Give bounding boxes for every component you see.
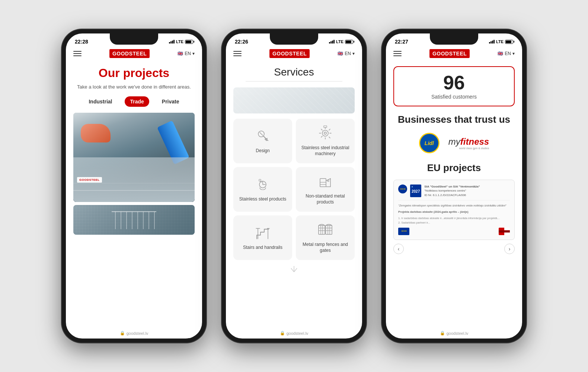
carousel-nav: ‹ ›	[393, 244, 515, 254]
carousel-prev-btn[interactable]: ‹	[393, 244, 404, 254]
eu-document-card: ★★★ II 2027 SIA "GoodSteel" un SIA "Vent…	[393, 180, 515, 240]
hamburger-menu-1[interactable]	[73, 51, 82, 56]
eu-flag-bottom: ★★★	[398, 228, 409, 235]
myfitness-tagline: world class gym & studios	[459, 147, 489, 150]
phone-2-screen: 22:26 LTE GOODSTEEL	[226, 33, 362, 339]
svg-rect-18	[320, 179, 326, 187]
satisfied-customers-box: 96 Satisfied customers	[393, 66, 515, 106]
svg-point-21	[327, 180, 329, 182]
status-time-1: 22:28	[75, 39, 88, 45]
lang-selector-1[interactable]: 🇬🇧 EN ▾	[178, 51, 195, 56]
navbar-3: GOODSTEEL 🇬🇧 EN ▾	[386, 46, 522, 62]
status-icons-2: LTE	[329, 39, 353, 44]
trust-logos: Lidl my fitness world class gym & studio…	[393, 133, 515, 153]
projects-section: Our projects Take a look at the work we'…	[66, 62, 202, 238]
screen-content-1: Our projects Take a look at the work we'…	[66, 62, 202, 328]
svg-rect-26	[319, 225, 325, 234]
logo-1[interactable]: GOODSTEEL	[109, 49, 150, 58]
myfitness-my: my	[448, 137, 460, 147]
trust-section: 96 Satisfied customers Businesses that t…	[386, 62, 522, 258]
notch-1	[110, 33, 158, 45]
svg-line-11	[260, 132, 263, 135]
service-card-design[interactable]: Design	[233, 119, 292, 163]
service-card-gates[interactable]: Metal ramp fences and gates	[296, 215, 355, 260]
service-card-metal[interactable]: Non-standard metal products	[296, 167, 355, 212]
service-card-stairs[interactable]: Stairs and handrails	[233, 215, 292, 260]
steel-visual: GOODSTEEL	[73, 113, 195, 202]
gates-icon	[317, 222, 333, 238]
lte-badge-2: LTE	[336, 39, 343, 44]
services-hero-bg	[233, 87, 355, 113]
status-icons-3: LTE	[489, 39, 513, 44]
hamburger-menu-2[interactable]	[233, 51, 242, 56]
myfitness-fitness: fitness	[460, 137, 489, 147]
signal-icon-2	[329, 40, 335, 44]
service-card-machinery[interactable]: Stainless steel industrial machinery	[296, 119, 355, 163]
service-label-metal: Non-standard metal products	[300, 193, 350, 205]
service-label-design: Design	[256, 148, 269, 154]
phone-1: 22:28 LTE GOODS	[61, 29, 207, 343]
tab-private[interactable]: Private	[157, 96, 185, 107]
stairs-icon	[255, 225, 271, 241]
eu-2027-badge: II 2027	[410, 185, 421, 197]
services-divider	[246, 81, 343, 81]
phone-3-screen: 22:27 LTE GOODSTEEL	[386, 33, 522, 339]
svg-point-13	[324, 132, 326, 134]
signal-icon-1	[169, 40, 175, 44]
svg-rect-16	[259, 179, 261, 181]
notch-2	[270, 33, 318, 45]
railing-icon	[112, 209, 156, 231]
eu-title: EU projects	[393, 162, 515, 174]
battery-icon-1	[185, 40, 193, 44]
notch-3	[430, 33, 478, 45]
service-label-gates: Metal ramp fences and gates	[300, 242, 350, 253]
svg-point-12	[322, 130, 328, 136]
products-icon	[255, 176, 271, 193]
phone-3: 22:27 LTE GOODSTEEL	[381, 29, 527, 343]
logo-2[interactable]: GOODSTEEL	[269, 49, 310, 58]
project-image-thumb	[73, 205, 195, 235]
url-bar-3: 🔒 goodsteel.lv	[386, 328, 522, 339]
goodsteel-watermark: GOODSTEEL	[77, 177, 102, 183]
satisfied-number: 96	[400, 73, 508, 92]
status-icons-1: LTE	[169, 39, 193, 44]
lidl-logo: Lidl	[419, 133, 440, 153]
tab-trade[interactable]: Trade	[125, 96, 149, 107]
status-time-3: 22:27	[395, 39, 408, 45]
service-label-stairs: Stairs and handrails	[243, 245, 282, 251]
satisfied-label: Satisfied customers	[400, 94, 508, 100]
signal-icon-3	[489, 40, 495, 44]
lte-badge-3: LTE	[496, 39, 504, 44]
screen-content-2: Services Des	[226, 62, 362, 328]
tab-industrial[interactable]: Industrial	[83, 96, 117, 107]
service-card-products[interactable]: Stainless steel products	[233, 167, 292, 212]
services-section: Services Des	[226, 62, 362, 276]
eu-flag-icon: ★★★	[398, 185, 407, 193]
battery-icon-2	[345, 40, 353, 44]
services-grid: Design Stainless steel industrial machin…	[233, 119, 355, 260]
carousel-next-btn[interactable]: ›	[504, 244, 515, 254]
eu-doc-body: "Zemgales klimatispon speciālistu izglīt…	[398, 200, 510, 225]
service-label-machinery: Stainless steel industrial machinery	[300, 145, 350, 157]
lang-selector-3[interactable]: 🇬🇧 EN ▾	[498, 51, 515, 56]
svg-line-37	[291, 268, 294, 272]
lang-selector-2[interactable]: 🇬🇧 EN ▾	[338, 51, 355, 56]
services-title: Services	[233, 66, 355, 78]
hamburger-menu-3[interactable]	[393, 51, 402, 56]
url-bar-2: 🔒 goodsteel.lv	[226, 328, 362, 339]
design-icon	[255, 128, 271, 144]
projects-subtitle: Take a look at the work we've done in di…	[73, 84, 195, 90]
navbar-2: GOODSTEEL 🇬🇧 EN ▾	[226, 46, 362, 62]
myfitness-logo: my fitness world class gym & studios	[448, 137, 489, 150]
more-services-hint	[233, 265, 355, 273]
machinery-icon	[317, 125, 333, 141]
metal-icon	[317, 173, 333, 190]
battery-icon-3	[505, 40, 513, 44]
navbar-1: GOODSTEEL 🇬🇧 EN ▾	[66, 46, 202, 62]
svg-line-38	[294, 268, 297, 272]
logo-3[interactable]: GOODSTEEL	[429, 49, 470, 58]
screen-content-3: 96 Satisfied customers Businesses that t…	[386, 62, 522, 328]
phone-1-screen: 22:28 LTE GOODS	[66, 33, 202, 339]
filter-tabs: Industrial Trade Private	[73, 96, 195, 107]
url-bar-1: 🔒 goodsteel.lv	[66, 328, 202, 339]
